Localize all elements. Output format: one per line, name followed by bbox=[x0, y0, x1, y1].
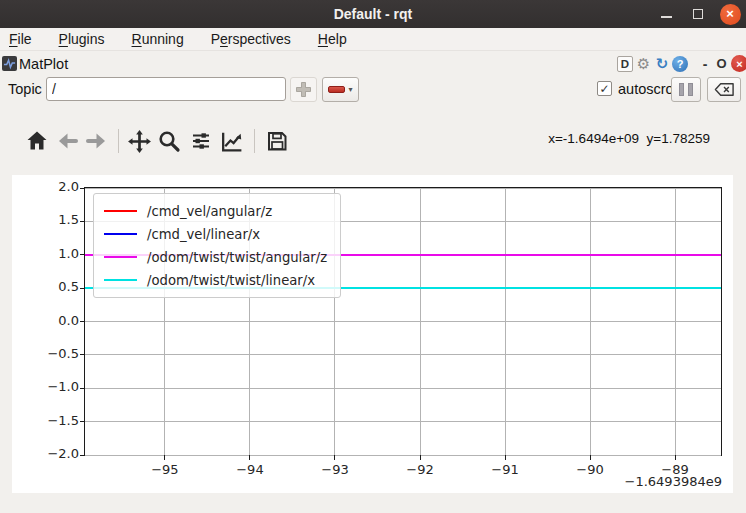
y-tick-mark bbox=[80, 354, 85, 355]
dock-decorations-button[interactable]: D bbox=[617, 56, 633, 72]
dropdown-arrow-icon: ▾ bbox=[348, 85, 352, 94]
y-tick-mark bbox=[80, 455, 85, 456]
topic-input[interactable] bbox=[46, 77, 286, 101]
plot-legend: /cmd_vel/angular/z /cmd_vel/linear/x /od… bbox=[93, 193, 341, 298]
window-close-button[interactable]: × bbox=[717, 0, 743, 28]
y-tick-label: 1.0 bbox=[37, 246, 79, 261]
dock-float-button[interactable]: O bbox=[714, 56, 729, 71]
move-icon bbox=[127, 129, 152, 154]
configure-subplots-button[interactable] bbox=[186, 125, 216, 157]
x-axis-offset-label: −1.6493984e9 bbox=[625, 474, 722, 489]
pan-button[interactable] bbox=[124, 125, 154, 157]
gridline-vertical bbox=[505, 188, 506, 455]
menu-text: e bbox=[220, 31, 228, 47]
legend-line-sample bbox=[104, 210, 137, 212]
legend-entry: /odom/twist/twist/linear/x bbox=[104, 270, 327, 290]
back-button[interactable] bbox=[52, 125, 82, 157]
rqt-window: Default - rqt × File Plugins Running Per… bbox=[0, 0, 746, 513]
y-tick-mark bbox=[80, 388, 85, 389]
menu-text: elp bbox=[328, 31, 347, 47]
x-tick-label: −92 bbox=[398, 462, 442, 477]
y-tick-label: −1.0 bbox=[37, 379, 79, 394]
settings-gear-icon[interactable]: ⚙ bbox=[635, 55, 652, 72]
topic-row: Topic ▾ ✓ autoscroll bbox=[0, 77, 746, 103]
legend-entry: /cmd_vel/angular/z bbox=[104, 201, 327, 221]
dock-minimize-button[interactable]: - bbox=[698, 56, 712, 72]
add-topic-button[interactable] bbox=[290, 77, 317, 102]
maximize-icon bbox=[693, 9, 703, 19]
menu-perspectives[interactable]: Perspectives bbox=[211, 31, 291, 47]
menu-running[interactable]: Running bbox=[132, 31, 184, 47]
legend-line-sample bbox=[104, 233, 137, 235]
y-tick-label: 1.5 bbox=[37, 212, 79, 227]
matplot-dock-header: MatPlot D ⚙ ↻ ? - O × bbox=[0, 53, 746, 74]
x-tick-label: −94 bbox=[228, 462, 272, 477]
legend-line-sample bbox=[104, 256, 137, 258]
menu-text: R bbox=[132, 31, 142, 47]
gridline-vertical bbox=[590, 188, 591, 455]
y-tick-mark bbox=[80, 421, 85, 422]
x-tick-label: −91 bbox=[483, 462, 527, 477]
menu-text: F bbox=[9, 31, 18, 47]
menu-text: rspectives bbox=[228, 31, 291, 47]
x-tick-mark bbox=[334, 455, 335, 460]
menu-text: ile bbox=[18, 31, 32, 47]
menu-file[interactable]: File bbox=[9, 31, 32, 47]
legend-entry: /odom/twist/twist/angular/z bbox=[104, 247, 327, 267]
gridline-horizontal bbox=[85, 354, 721, 355]
save-button[interactable] bbox=[262, 125, 292, 157]
home-button[interactable] bbox=[22, 125, 52, 157]
menu-text: unning bbox=[142, 31, 184, 47]
home-icon bbox=[25, 129, 49, 153]
pause-icon bbox=[688, 83, 693, 96]
legend-line-sample bbox=[104, 279, 137, 281]
backspace-clear-icon bbox=[714, 82, 735, 97]
legend-label: /odom/twist/twist/angular/z bbox=[147, 250, 327, 265]
help-icon[interactable]: ? bbox=[672, 56, 688, 72]
close-icon: × bbox=[720, 4, 741, 25]
x-tick-mark bbox=[164, 455, 165, 460]
autoscroll-checkbox[interactable]: ✓ bbox=[597, 81, 612, 96]
menu-help[interactable]: Help bbox=[318, 31, 347, 47]
edit-axes-button[interactable] bbox=[216, 125, 246, 157]
zoom-button[interactable] bbox=[154, 125, 184, 157]
reload-icon[interactable]: ↻ bbox=[654, 55, 670, 72]
y-tick-label: −1.5 bbox=[37, 413, 79, 428]
arrow-left-icon bbox=[55, 129, 79, 153]
plot-nav-toolbar: x=-1.6494e+09 y=1.78259 bbox=[0, 122, 746, 160]
gridline-horizontal bbox=[85, 455, 721, 456]
plot-axes[interactable]: /cmd_vel/angular/z /cmd_vel/linear/x /od… bbox=[84, 187, 722, 456]
menu-bar: File Plugins Running Perspectives Help bbox=[0, 28, 746, 51]
x-tick-label: −95 bbox=[143, 462, 187, 477]
menu-plugins[interactable]: Plugins bbox=[59, 31, 105, 47]
y-tick-mark bbox=[80, 188, 85, 189]
gridline-vertical bbox=[420, 188, 421, 455]
toolbar-separator bbox=[254, 129, 255, 153]
gridline-vertical bbox=[675, 188, 676, 455]
y-tick-label: −0.5 bbox=[37, 346, 79, 361]
dock-close-icon[interactable]: × bbox=[731, 55, 746, 72]
line-chart-icon bbox=[219, 129, 244, 154]
y-tick-mark bbox=[80, 221, 85, 222]
sliders-icon bbox=[189, 129, 213, 153]
menu-text: lugins bbox=[68, 31, 105, 47]
y-tick-label: 0.5 bbox=[37, 279, 79, 294]
menu-text: P bbox=[59, 31, 68, 47]
y-tick-label: 0.0 bbox=[37, 313, 79, 328]
window-titlebar[interactable]: Default - rqt × bbox=[0, 0, 746, 28]
window-maximize-button[interactable] bbox=[688, 0, 708, 28]
legend-label: /odom/twist/twist/linear/x bbox=[147, 273, 315, 288]
cursor-coordinates: x=-1.6494e+09 y=1.78259 bbox=[548, 131, 710, 146]
legend-label: /cmd_vel/linear/x bbox=[147, 227, 260, 242]
legend-label: /cmd_vel/angular/z bbox=[147, 204, 272, 219]
remove-topic-button[interactable]: ▾ bbox=[322, 77, 359, 102]
plot-canvas[interactable]: /cmd_vel/angular/z /cmd_vel/linear/x /od… bbox=[12, 175, 733, 493]
topic-label: Topic bbox=[8, 81, 42, 97]
gridline-horizontal bbox=[85, 321, 721, 322]
clear-plot-button[interactable] bbox=[707, 77, 741, 102]
window-minimize-button[interactable] bbox=[656, 0, 676, 28]
forward-button[interactable] bbox=[82, 125, 112, 157]
pause-button[interactable] bbox=[671, 77, 701, 102]
window-title: Default - rqt bbox=[334, 6, 413, 22]
pause-icon bbox=[679, 83, 684, 96]
